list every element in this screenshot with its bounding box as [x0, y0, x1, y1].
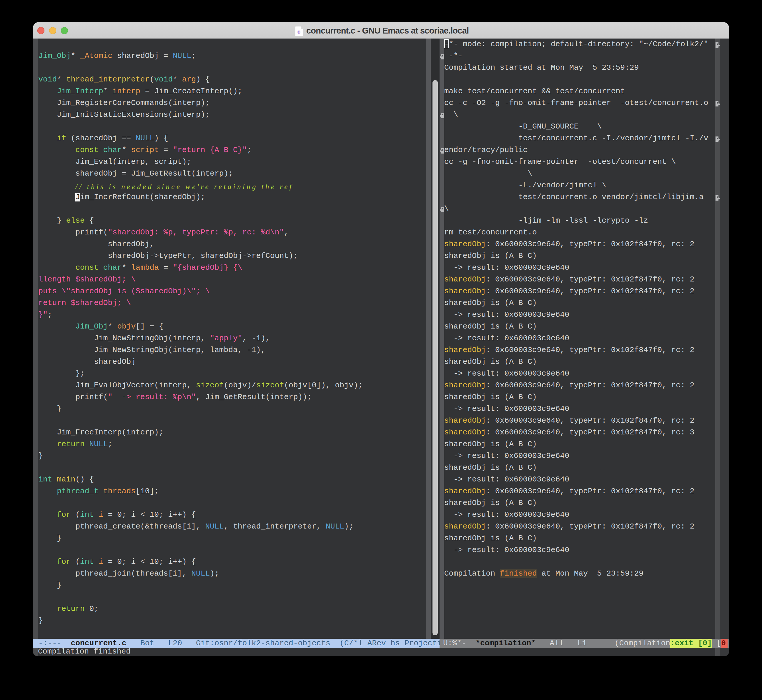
svg-text:c: c — [297, 28, 301, 35]
